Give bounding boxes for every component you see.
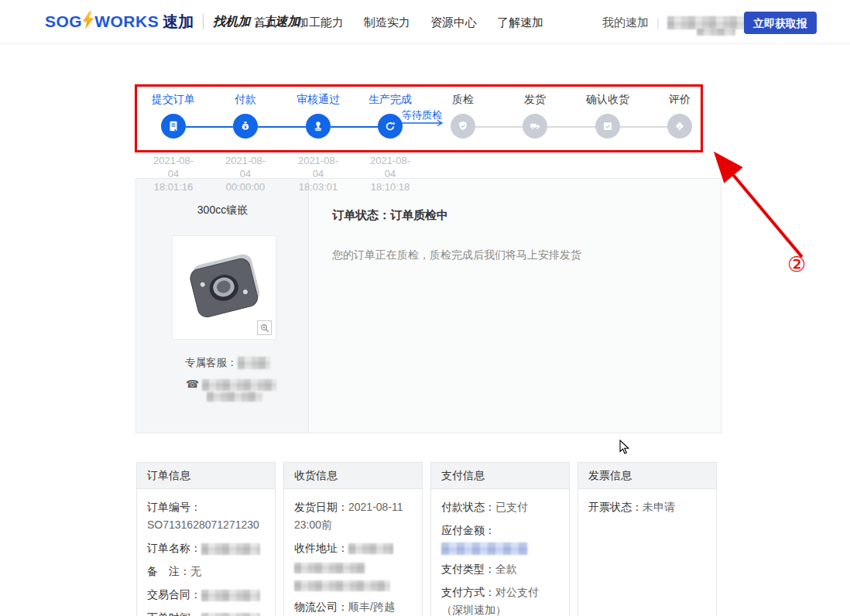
document-icon	[161, 114, 186, 139]
step-label: 发货	[499, 93, 571, 107]
logistics-label: 物流公司：	[294, 601, 348, 613]
remark-value: 无	[190, 565, 201, 577]
redacted-address-1	[348, 543, 393, 554]
redacted-cs-name	[238, 357, 270, 369]
redacted-address-3	[294, 580, 390, 591]
invoice-info-card: 发票信息 开票状态：未申请	[578, 462, 717, 616]
order-time-label: 下单时间：	[147, 611, 201, 616]
nav-item-about[interactable]: 了解速加	[497, 15, 543, 30]
step-label: 付款	[209, 93, 282, 107]
pay-status-value: 已支付	[495, 501, 528, 513]
card-title: 发票信息	[578, 463, 716, 489]
pay-type-label: 支付类型：	[441, 563, 495, 575]
redacted-address-2	[294, 563, 365, 573]
step-datetime: 2021-08-0400:00:00	[209, 154, 282, 193]
step-datetime: 2021-08-0418:03:01	[282, 154, 355, 193]
redacted-order-date	[201, 613, 260, 616]
connector-3-4	[331, 126, 378, 128]
flower-icon	[667, 114, 692, 139]
nav-item-home[interactable]: 首页	[254, 15, 277, 30]
redacted-phone-line2	[207, 392, 262, 402]
step-label: 提交订单	[137, 93, 210, 107]
card-body: 订单编号： SO7131628071271230 订单名称： 备 注：无 交易合…	[137, 489, 275, 616]
connector-7-8	[620, 126, 667, 128]
card-title: 订单信息	[137, 463, 275, 489]
card-title: 支付信息	[431, 463, 569, 489]
connector-2-3	[258, 126, 306, 128]
shipping-info-card: 收货信息 发货日期：2021-08-11 23:00前 收件地址： 物流公司：顺…	[283, 462, 423, 616]
order-info-card: 订单信息 订单编号： SO7131628071271230 订单名称： 备 注：…	[136, 462, 276, 616]
amount-label: 应付金额：	[441, 524, 495, 536]
step-label: 确认收货	[571, 93, 644, 107]
account-divider: |	[656, 16, 660, 29]
pay-method-label: 支付方式：	[441, 586, 495, 598]
lightning-bolt-icon	[83, 11, 94, 33]
nav-item-strength[interactable]: 制造实力	[364, 15, 410, 30]
redacted-order-name	[201, 543, 260, 555]
top-navigation-bar: SOG WORKS 速加 找机加，上速加 首页 加工能力 制造实力 资源中心 了…	[0, 0, 850, 44]
card-body: 开票状态：未申请	[578, 489, 716, 516]
redacted-phone-number	[202, 379, 276, 391]
ship-date-label: 发货日期：	[294, 501, 348, 513]
remark-label: 备 注：	[147, 565, 190, 577]
stamp-icon	[306, 114, 331, 139]
main-nav: 首页 加工能力 制造实力 资源中心 了解速加	[254, 15, 543, 30]
calendar-check-icon	[595, 114, 620, 139]
logo-text-cn: 速加	[163, 12, 194, 33]
redacted-username-line2	[697, 29, 735, 36]
magnifier-icon[interactable]	[257, 320, 272, 335]
my-account-link[interactable]: 我的速加	[602, 15, 649, 30]
step-label: 生产完成	[354, 93, 427, 107]
card-title: 收货信息	[284, 463, 422, 489]
order-status-title: 订单状态：订单质检中	[332, 208, 448, 223]
waiting-arrow-icon	[401, 119, 447, 127]
customer-service-row: 专属客服：	[185, 356, 270, 370]
get-quote-button[interactable]: 立即获取报价	[744, 12, 817, 34]
logo-divider	[203, 14, 204, 29]
payment-info-card: 支付信息 付款状态：已支付 应付金额： 支付类型：全款 支付方式：对公支付（深圳…	[430, 462, 570, 616]
step-review: 评价	[643, 93, 716, 139]
card-body: 发货日期：2021-08-11 23:00前 收件地址： 物流公司：顺丰/跨越 …	[284, 489, 422, 616]
invoice-status-label: 开票状态：	[588, 501, 643, 513]
pay-status-label: 付款状态：	[441, 501, 495, 513]
order-status-panel: 300cc镶嵌 专属客	[135, 178, 721, 433]
logo-text-works: WORKS	[94, 12, 159, 31]
order-no-value: SO7131628071271230	[147, 518, 259, 531]
step-label: 质检	[427, 93, 499, 107]
step-shipping: 发货	[499, 93, 571, 139]
step-datetime: 2021-08-0418:01:16	[137, 154, 210, 193]
product-name: 300cc镶嵌	[136, 204, 309, 217]
order-no-label: 订单编号：	[147, 501, 201, 513]
contract-label: 交易合同：	[147, 588, 201, 601]
annotation-number: ②	[787, 252, 806, 277]
order-name-label: 订单名称：	[147, 542, 201, 554]
phone-row: ☎	[186, 378, 276, 391]
connector-1-2	[186, 126, 233, 128]
card-body: 付款状态：已支付 应付金额： 支付类型：全款 支付方式：对公支付（深圳速加）	[431, 489, 569, 616]
truck-icon	[523, 114, 547, 139]
step-submit-order: 提交订单	[137, 93, 210, 139]
step-confirm-receipt: 确认收货	[571, 93, 644, 139]
mouse-cursor	[619, 440, 632, 455]
customer-service-label: 专属客服：	[185, 357, 238, 368]
connector-6-7	[547, 126, 595, 128]
product-image	[172, 235, 276, 340]
cycle-icon	[378, 114, 403, 139]
product-panel: 300cc镶嵌 专属客	[136, 179, 309, 433]
step-label: 审核通过	[282, 93, 355, 107]
redacted-username	[667, 16, 745, 29]
phone-icon: ☎	[186, 378, 199, 390]
nav-item-resources[interactable]: 资源中心	[430, 15, 477, 30]
nav-item-capability[interactable]: 加工能力	[297, 15, 344, 30]
step-payment: 付款 ¥	[209, 93, 282, 139]
moneybag-icon: ¥	[233, 114, 258, 139]
redacted-amount	[441, 542, 528, 555]
address-label: 收件地址：	[294, 542, 348, 554]
invoice-status-value: 未申请	[643, 501, 675, 513]
logo-text-sog: SOG	[45, 12, 82, 31]
step-approved: 审核通过	[282, 93, 355, 139]
pay-type-value: 全款	[495, 563, 517, 575]
order-status-description: 您的订单正在质检，质检完成后我们将马上安排发货	[332, 248, 581, 262]
redacted-contract	[201, 590, 260, 601]
step-datetime: 2021-08-0418:10:18	[354, 154, 427, 193]
